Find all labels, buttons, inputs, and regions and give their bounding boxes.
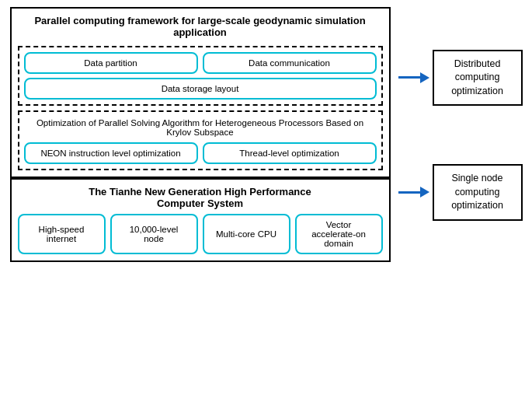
arrow-row-1: Distributed computing optimization <box>398 50 523 107</box>
arrow-head-2 <box>420 187 429 198</box>
cpu-label: Multi-core CPU <box>216 229 276 239</box>
high-speed-box: High-speed internet <box>18 214 106 254</box>
arrow-1 <box>398 72 429 83</box>
dashed-box-1: Data partition Data communication Data s… <box>18 46 383 106</box>
data-storage-row: Data storage layout <box>24 78 377 100</box>
right-box-1: Distributed computing optimization <box>433 50 523 107</box>
arrow-row-2: Single node computing optimization <box>398 164 523 221</box>
single-node-label: Single node computing optimization <box>451 173 503 211</box>
optimization-row: NEON instruction level optimization Thre… <box>24 142 377 164</box>
data-communication-box: Data communication <box>203 52 377 74</box>
neon-box: NEON instruction level optimization <box>24 142 198 164</box>
data-communication-label: Data communication <box>249 58 330 68</box>
arrow-line-2 <box>398 191 420 194</box>
thread-box: Thread-level optimization <box>203 142 377 164</box>
bottom-title-line2: Computer System <box>157 198 243 209</box>
data-storage-box: Data storage layout <box>24 78 377 100</box>
thread-label: Thread-level optimization <box>239 149 339 158</box>
node-label: 10,000-level node <box>120 225 189 243</box>
neon-label: NEON instruction level optimization <box>40 149 180 158</box>
outer-box: Parallel computing framework for large-s… <box>10 7 391 178</box>
algo-text-label: Optimization of Parallel Solving Algorit… <box>37 118 363 137</box>
arrow-2 <box>398 187 429 198</box>
arrow-spacer <box>398 114 523 164</box>
cpu-box: Multi-core CPU <box>203 214 290 254</box>
vector-box: Vector accelerate-on domain <box>295 214 383 254</box>
node-box: 10,000-level node <box>110 214 198 254</box>
arrow-head-1 <box>420 72 429 83</box>
diagram-wrapper: Parallel computing framework for large-s… <box>10 7 523 396</box>
dashed-box-2: Optimization of Parallel Solving Algorit… <box>18 110 383 170</box>
bottom-title-line1: The Tianhe New Generation High Performan… <box>89 186 311 198</box>
algo-text: Optimization of Parallel Solving Algorit… <box>24 117 377 138</box>
vector-label: Vector accelerate-on domain <box>304 220 374 248</box>
arrow-line-1 <box>398 76 420 79</box>
data-partition-box: Data partition <box>24 52 198 74</box>
bottom-items-row: High-speed internet 10,000-level node Mu… <box>18 214 383 254</box>
data-storage-label: Data storage layout <box>162 84 239 93</box>
outer-title-text: Parallel computing framework for large-s… <box>34 15 365 38</box>
distributed-label: Distributed computing optimization <box>451 58 503 96</box>
right-section: Distributed computing optimization Singl… <box>398 7 523 221</box>
data-partition-label: Data partition <box>84 58 137 68</box>
data-row-1: Data partition Data communication <box>24 52 377 74</box>
outer-title: Parallel computing framework for large-s… <box>18 15 383 38</box>
bottom-title: The Tianhe New Generation High Performan… <box>18 186 383 209</box>
right-box-2: Single node computing optimization <box>433 164 523 221</box>
bottom-outer-box: The Tianhe New Generation High Performan… <box>10 178 391 262</box>
left-column: Parallel computing framework for large-s… <box>10 7 391 262</box>
high-speed-label: High-speed internet <box>27 225 96 243</box>
